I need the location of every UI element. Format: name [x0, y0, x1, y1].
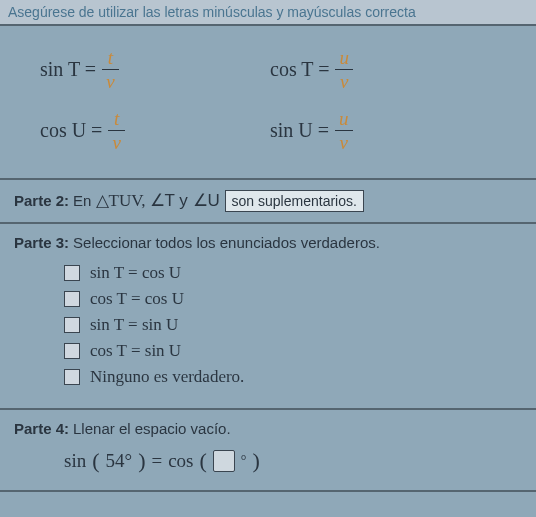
checkbox-option-2[interactable]: [64, 291, 80, 307]
eq-sinU: sin U = u v: [270, 107, 450, 154]
fraction-t-over-v: t v: [102, 46, 118, 93]
part2-prefix: En: [73, 192, 96, 209]
option-1-text: sin T = cos U: [90, 263, 181, 283]
angle-input-box[interactable]: [213, 450, 235, 472]
option-row: sin T = sin U: [64, 312, 472, 338]
rparen-icon: ): [252, 448, 259, 474]
lhs-func: sin: [64, 450, 86, 472]
eq-sinU-lhs: sin U =: [270, 119, 329, 142]
option-2-text: cos T = cos U: [90, 289, 184, 309]
denominator: v: [108, 131, 124, 154]
denominator: v: [336, 131, 352, 154]
lparen-icon: (: [200, 448, 207, 474]
part1-equations: sin T = t v cos T = u v cos U = t v sin …: [0, 26, 536, 180]
checkbox-option-5[interactable]: [64, 369, 80, 385]
part4-section: Parte 4: Llenar el espacio vacío. sin (5…: [0, 410, 536, 492]
eq-cosT: cos T = u v: [270, 46, 450, 93]
option-3-text: sin T = sin U: [90, 315, 178, 335]
part3-label: Parte 3:: [14, 234, 69, 251]
eq-cosU: cos U = t v: [40, 107, 220, 154]
relationship-dropdown[interactable]: son suplementarios.: [225, 190, 364, 212]
part4-label: Parte 4:: [14, 420, 69, 437]
numerator: t: [110, 107, 123, 130]
degree-symbol: °: [241, 453, 247, 469]
option-row: cos T = cos U: [64, 286, 472, 312]
numerator: u: [335, 107, 353, 130]
lhs-arg: 54°: [106, 450, 133, 472]
part3-instruction: Seleccionar todos los enunciados verdade…: [73, 234, 380, 251]
fraction-t-over-v-2: t v: [108, 107, 124, 154]
option-row: Ninguno es verdadero.: [64, 364, 472, 390]
eq-sinT-lhs: sin T =: [40, 58, 96, 81]
option-row: cos T = sin U: [64, 338, 472, 364]
lparen-icon: (: [92, 448, 99, 474]
eq-cosU-lhs: cos U =: [40, 119, 102, 142]
options-list: sin T = cos U cos T = cos U sin T = sin …: [14, 252, 522, 398]
fraction-u-over-v-2: u v: [335, 107, 353, 154]
part2-row: Parte 2: En △TUV, ∠T y ∠U son suplementa…: [0, 180, 536, 224]
eq-sinT: sin T = t v: [40, 46, 220, 93]
rhs-func: cos: [168, 450, 193, 472]
numerator: t: [104, 46, 117, 69]
checkbox-option-1[interactable]: [64, 265, 80, 281]
checkbox-option-3[interactable]: [64, 317, 80, 333]
eq-cosT-lhs: cos T =: [270, 58, 329, 81]
denominator: v: [102, 70, 118, 93]
part3-section: Parte 3: Seleccionar todos los enunciado…: [0, 224, 536, 410]
part4-instruction: Llenar el espacio vacío.: [73, 420, 231, 437]
part4-equation: sin (54°) = cos (°): [14, 438, 522, 480]
part2-label: Parte 2:: [14, 192, 69, 209]
numerator: u: [335, 46, 353, 69]
angles-T-U: ∠T y ∠U: [150, 191, 225, 210]
option-4-text: cos T = sin U: [90, 341, 181, 361]
case-warning: Asegúrese de utilizar las letras minúscu…: [0, 0, 536, 26]
rparen-icon: ): [138, 448, 145, 474]
equals-sign: =: [151, 450, 162, 472]
denominator: v: [336, 70, 352, 93]
option-row: sin T = cos U: [64, 260, 472, 286]
checkbox-option-4[interactable]: [64, 343, 80, 359]
fraction-u-over-v: u v: [335, 46, 353, 93]
triangle-TUV: △TUV,: [96, 191, 146, 210]
option-5-text: Ninguno es verdadero.: [90, 367, 244, 387]
